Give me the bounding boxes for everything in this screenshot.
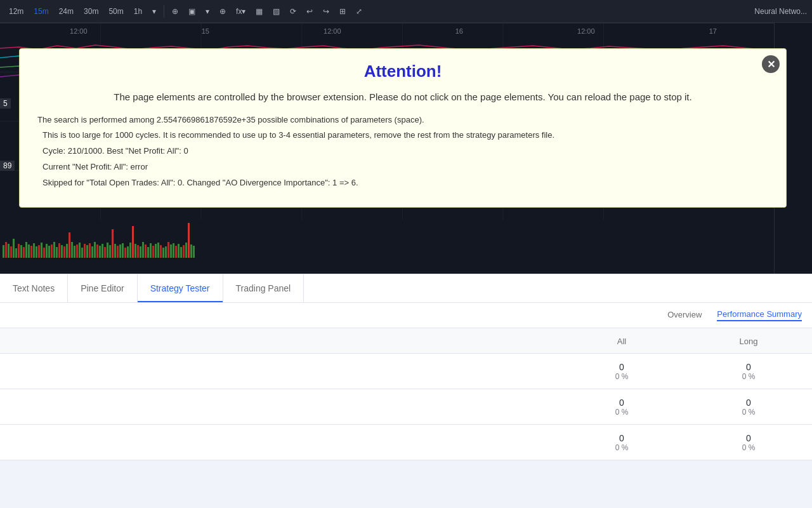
svg-rect-59 bbox=[129, 243, 131, 258]
svg-rect-46 bbox=[96, 244, 98, 258]
tab-trading-panel[interactable]: Trading Panel bbox=[223, 274, 304, 302]
perf-row-2-long: 0 0 % bbox=[685, 428, 812, 457]
fullscreen-icon[interactable]: ⤢ bbox=[352, 4, 366, 18]
perf-row-0-all-pct: 0 % bbox=[563, 372, 680, 381]
tab-strategy-tester[interactable]: Strategy Tester bbox=[138, 274, 223, 302]
attention-skipped-line: Skipped for "Total Open Trades: All": 0.… bbox=[43, 177, 768, 190]
svg-rect-30 bbox=[56, 247, 58, 258]
svg-rect-19 bbox=[28, 244, 30, 258]
perf-row-0: 0 0 % 0 0 % bbox=[0, 354, 812, 389]
svg-rect-54 bbox=[117, 246, 119, 258]
perf-tab-summary[interactable]: Performance Summary bbox=[717, 309, 802, 321]
tab-pine-editor-label: Pine Editor bbox=[81, 283, 124, 293]
timeframe-24m[interactable]: 24m bbox=[55, 4, 77, 18]
svg-rect-47 bbox=[99, 246, 101, 258]
perf-header-long: Long bbox=[740, 337, 758, 346]
perf-row-2-label bbox=[0, 438, 558, 448]
svg-rect-75 bbox=[170, 244, 172, 258]
crosshair-icon[interactable]: ⊕ bbox=[168, 4, 182, 18]
add-indicator-icon[interactable]: ⊕ bbox=[216, 4, 230, 18]
undo-icon[interactable]: ↩ bbox=[303, 4, 317, 18]
attention-current-line: Current "Net Profit: All": error bbox=[43, 161, 768, 174]
svg-rect-38 bbox=[76, 244, 78, 258]
tab-pine-editor[interactable]: Pine Editor bbox=[68, 274, 137, 302]
perf-tab-overview[interactable]: Overview bbox=[667, 310, 702, 321]
svg-rect-10 bbox=[5, 242, 7, 258]
tab-text-notes[interactable]: Text Notes bbox=[0, 274, 68, 302]
svg-rect-76 bbox=[173, 243, 174, 258]
svg-rect-15 bbox=[18, 244, 20, 258]
strategy-name: Neural Netwo... bbox=[754, 7, 807, 16]
replay-icon[interactable]: ⟳ bbox=[286, 4, 300, 18]
fx-icon[interactable]: fx▾ bbox=[232, 4, 249, 18]
svg-rect-50 bbox=[107, 243, 108, 258]
svg-rect-77 bbox=[175, 246, 177, 258]
perf-row-1-long-pct: 0 % bbox=[690, 408, 807, 417]
svg-rect-55 bbox=[119, 244, 121, 258]
svg-rect-80 bbox=[183, 245, 185, 258]
svg-rect-66 bbox=[147, 247, 149, 258]
svg-rect-49 bbox=[104, 247, 106, 258]
svg-rect-14 bbox=[15, 248, 17, 258]
perf-col-header-all: All bbox=[558, 330, 685, 352]
perf-row-1-all-pct: 0 % bbox=[563, 408, 680, 417]
svg-rect-12 bbox=[10, 246, 12, 258]
svg-rect-56 bbox=[122, 243, 124, 258]
timeframe-50m[interactable]: 50m bbox=[105, 4, 127, 18]
svg-rect-58 bbox=[127, 246, 129, 258]
svg-rect-57 bbox=[124, 248, 126, 258]
svg-rect-73 bbox=[165, 246, 167, 258]
toolbar: 12m 15m 24m 30m 50m 1h ▾ ⊕ ▣ ▾ ⊕ fx▾ ▦ ▧… bbox=[0, 0, 812, 23]
svg-rect-79 bbox=[180, 247, 182, 258]
svg-rect-22 bbox=[36, 246, 37, 258]
perf-row-1-all: 0 0 % bbox=[558, 392, 685, 422]
timeframe-dropdown[interactable]: ▾ bbox=[148, 4, 160, 18]
perf-header-row: All Long bbox=[0, 328, 812, 354]
svg-rect-78 bbox=[178, 244, 180, 258]
svg-rect-33 bbox=[63, 246, 65, 258]
svg-rect-37 bbox=[74, 246, 75, 258]
perf-row-1-long-val: 0 bbox=[690, 398, 807, 408]
perf-row-0-all-val: 0 bbox=[563, 362, 680, 372]
attention-overlay: ✕ Attention! The page elements are contr… bbox=[19, 48, 809, 208]
svg-rect-81 bbox=[185, 243, 187, 258]
svg-rect-27 bbox=[48, 246, 50, 258]
timeframe-15m[interactable]: 15m bbox=[30, 4, 52, 18]
rectangle-icon[interactable]: ▣ bbox=[185, 4, 199, 18]
svg-rect-34 bbox=[66, 244, 68, 258]
svg-rect-36 bbox=[71, 242, 73, 258]
bar-chart-icon[interactable]: ▦ bbox=[252, 4, 266, 18]
svg-rect-74 bbox=[167, 242, 169, 258]
tab-trading-panel-label: Trading Panel bbox=[236, 283, 291, 293]
svg-rect-24 bbox=[41, 243, 43, 258]
svg-rect-83 bbox=[190, 244, 192, 258]
timeframe-30m[interactable]: 30m bbox=[80, 4, 102, 18]
perf-row-2-all: 0 0 % bbox=[558, 428, 685, 457]
perf-row-0-long-val: 0 bbox=[690, 362, 807, 372]
tab-strategy-tester-label: Strategy Tester bbox=[150, 283, 210, 293]
perf-header-all: All bbox=[617, 337, 626, 346]
svg-rect-61 bbox=[134, 244, 136, 258]
attention-info-2: This is too large for 1000 cycles. It is… bbox=[43, 129, 768, 142]
tab-text-notes-label: Text Notes bbox=[13, 283, 55, 293]
svg-rect-40 bbox=[81, 248, 83, 258]
price-label-left2: 89 bbox=[0, 161, 15, 171]
svg-rect-82 bbox=[188, 223, 190, 258]
candlestick-icon[interactable]: ▧ bbox=[269, 4, 284, 18]
svg-rect-71 bbox=[160, 245, 162, 258]
layout-icon[interactable]: ⊞ bbox=[336, 4, 350, 18]
svg-rect-69 bbox=[155, 244, 157, 258]
timeframe-12m[interactable]: 12m bbox=[5, 4, 27, 18]
svg-rect-11 bbox=[8, 244, 10, 258]
timeframe-1h[interactable]: 1h bbox=[130, 4, 146, 18]
svg-rect-41 bbox=[84, 244, 86, 258]
perf-row-2-long-val: 0 bbox=[690, 433, 807, 443]
attention-close-button[interactable]: ✕ bbox=[762, 55, 780, 73]
svg-rect-65 bbox=[145, 244, 147, 258]
perf-row-1-label bbox=[0, 402, 558, 412]
chart-area: 5 89 1 4 bbox=[0, 23, 812, 274]
svg-rect-13 bbox=[13, 239, 15, 258]
redo-icon[interactable]: ↪ bbox=[319, 4, 333, 18]
svg-rect-60 bbox=[132, 226, 134, 258]
rectangle-dropdown[interactable]: ▾ bbox=[202, 4, 213, 18]
